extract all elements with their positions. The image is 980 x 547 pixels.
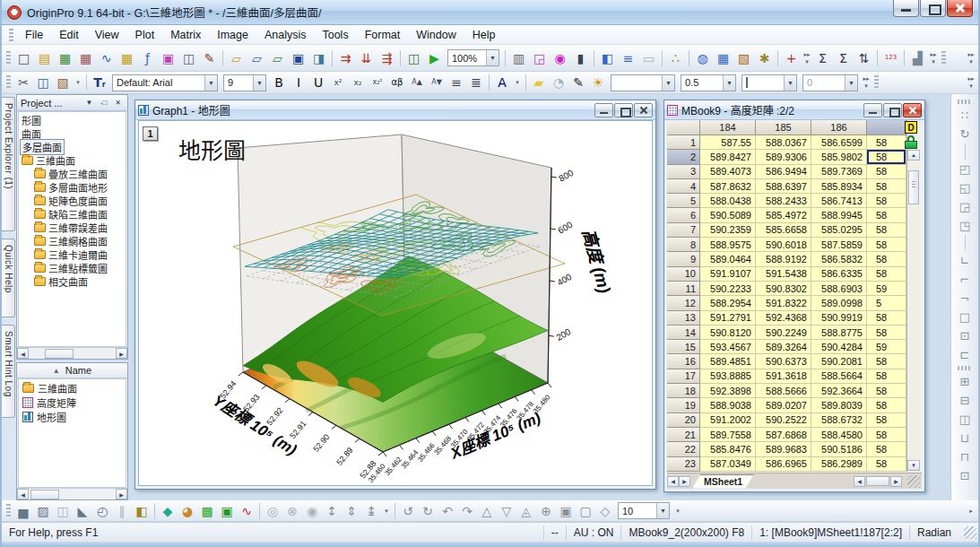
open-graph-button[interactable]: ▱ [247,48,267,68]
matrix-cell[interactable]: 590.2359 [700,223,756,238]
resize-one-button[interactable]: ↨ [361,502,381,520]
matrix-cell[interactable]: 586.2989 [811,457,867,472]
matrix-cell[interactable]: 586.7413 [811,194,867,208]
side-tab-1[interactable]: Quick Help [2,239,15,317]
matrix-cell[interactable]: 588.9575 [700,238,756,252]
scroll-right-icon[interactable]: ▶ [116,348,127,359]
copy-batch-button[interactable]: ◫ [403,48,424,68]
matrix-cell[interactable]: 591.2002 [700,413,756,428]
row-header-15[interactable]: 15 [667,340,700,354]
matrix-cell[interactable]: 588.6397 [756,179,811,194]
scroll-right-icon[interactable]: ▶ [890,476,902,487]
edit-graph-button[interactable]: ◧ [597,48,618,68]
panel-menu-chevron-icon[interactable]: ▼ [83,97,95,109]
matrix-cell[interactable]: 58 [867,150,906,164]
3d-surface-button[interactable]: ◆ [158,502,178,520]
tree-item-5[interactable]: 多層曲面地形 [19,180,126,194]
tree-item-4[interactable]: 曡放三維曲面 [19,167,126,180]
worksheet-query-button[interactable]: ▦ [713,48,733,68]
set-values-button[interactable]: 123 [880,48,901,68]
matrix-cell[interactable]: 590.2081 [811,354,867,369]
greek-button[interactable]: αβ [387,74,407,91]
pattern-tool-button[interactable]: ∷ [954,106,976,125]
scrollbar-thumb[interactable] [45,349,74,359]
graph-window[interactable]: Graph1 - 地形圖 1 35.46035.46235.46435.4663… [134,100,656,490]
sum-button[interactable]: Σ [833,48,854,68]
align-top-button[interactable]: ≣ [466,74,486,91]
scroll-left-icon[interactable]: ◀ [854,476,865,487]
row-header-14[interactable]: 14 [667,326,700,340]
zoom-pan-button[interactable]: ◍ [692,48,713,68]
matrix-cell[interactable]: 58 [867,135,906,150]
reset-rotation-button[interactable]: ◬ [516,502,536,520]
column-header-184[interactable]: 184 [700,120,756,135]
scrollbar-thumb[interactable] [908,170,919,204]
window-restore-button[interactable] [614,103,633,117]
line-style-combo[interactable]: ▼ [611,74,675,91]
font-shrink-button[interactable]: A▼ [427,74,447,91]
menubar-grip[interactable] [9,29,13,41]
add-column-button[interactable]: + [781,48,802,68]
matrix-cell[interactable]: 590.6018 [756,238,811,252]
matrix-cell[interactable]: 588.9192 [756,252,811,266]
tree-item-7[interactable]: 缺陷三維曲面 [19,207,126,221]
matrix-cell[interactable]: 58 [867,326,906,340]
stretch-cube-button[interactable]: ⊕ [536,502,556,520]
toolbar-grip[interactable] [874,75,879,90]
row-header-4[interactable]: 4 [667,179,700,194]
new-image-button[interactable]: ▣ [158,48,178,68]
matrix-cell[interactable]: 585.6658 [756,223,811,238]
window-minimize-button[interactable] [594,103,613,117]
matrix-cell[interactable]: 590.9919 [811,311,867,326]
menu-file[interactable]: File [17,27,51,43]
sheet-prev-icon[interactable]: ◀ [667,476,679,487]
axes-top-button[interactable]: ⌐ [954,270,976,289]
row-header-21[interactable]: 21 [667,428,700,442]
expand-axis-button[interactable]: ▣ [556,502,576,520]
row-header-16[interactable]: 16 [667,354,700,369]
toolbar-grip[interactable] [958,366,972,370]
toolbar-overflow-chevron[interactable]: ▾ [73,74,83,91]
matrix-cell[interactable]: 58 [867,208,906,222]
scroll-left-icon[interactable]: ◀ [17,489,29,499]
mask-range-button[interactable]: ◎ [263,502,282,520]
row-header-12[interactable]: 12 [667,296,700,310]
data-mode-badge[interactable]: D [905,121,917,134]
align-left-button[interactable]: ≡ [447,74,466,91]
toolbar-overflow-chevron[interactable]: ▸▸▾ [802,49,812,67]
matrix-cell[interactable]: 58 [867,238,906,252]
axes-left-bottom-button[interactable]: ∟ [954,251,976,270]
italic-button[interactable]: I [289,74,308,91]
matrix-cell[interactable]: 589.0464 [700,252,756,266]
tree-item-8[interactable]: 三維帶誤差曲 [19,221,126,234]
matrix-cell[interactable]: 590.6373 [756,354,811,369]
matrix-cell[interactable]: 58 [867,267,906,282]
cut-button[interactable]: ✂ [13,74,33,91]
matrix-cell[interactable]: 590.5186 [811,442,867,456]
column-header-186[interactable]: 186 [811,120,867,135]
options-gear-button[interactable]: ✱ [754,48,775,68]
toolbar-overflow-chevron[interactable]: ▾ [512,74,523,91]
tree-item-11[interactable]: 三維點標籤圖 [19,261,126,274]
extract-layers-button[interactable]: ⊡ [954,466,976,485]
statistics-column-button[interactable]: Σ [812,48,833,68]
matrix-cell[interactable]: 589.8039 [811,398,867,412]
matrix-cell[interactable]: 590.2233 [700,282,756,296]
side-tab-2[interactable]: Smart Hint Log [2,325,15,418]
chevron-down-icon[interactable]: ▼ [253,75,265,91]
merge-layers-button[interactable]: ⊓ [954,447,976,466]
matrix-cell[interactable]: 588.2954 [700,296,756,310]
scrollbar-thumb[interactable] [866,476,889,486]
matrix-cell[interactable]: 58 [867,311,906,326]
print-preview-button[interactable]: ◲ [529,48,550,68]
sort-az-button[interactable]: ⇅ [854,48,874,68]
layout-lines-button[interactable]: ≡ [618,48,638,68]
name-item-2[interactable]: 地形圖 [19,410,126,424]
close-button[interactable] [947,0,973,17]
open-excel-button[interactable]: ▱ [267,48,288,68]
matrix-book-window[interactable]: MBook9 - 高度矩陣 :2/2 1841851861587.55588.0… [663,100,925,492]
window-minimize-button[interactable] [863,103,882,117]
tilt-right-button[interactable]: ↷ [457,502,477,520]
chevron-down-icon[interactable]: ▼ [656,503,669,518]
new-layout-button[interactable]: ◫ [178,48,199,68]
